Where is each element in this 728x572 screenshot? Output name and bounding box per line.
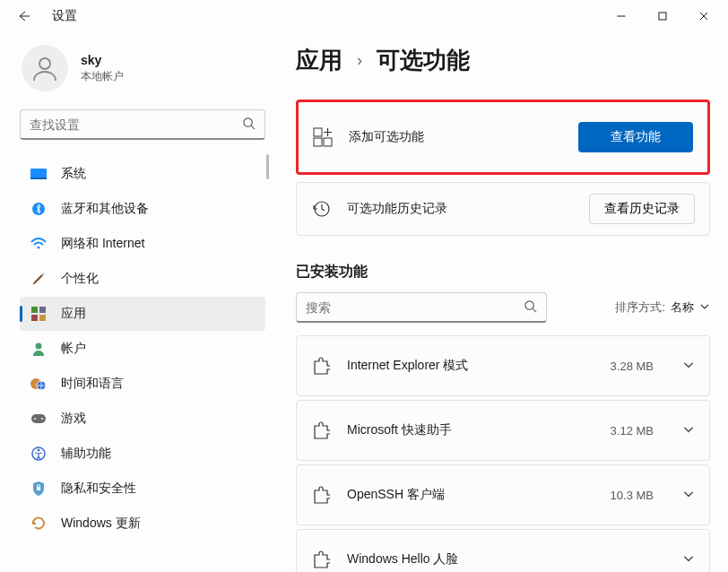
sort-value: 名称: [671, 299, 694, 316]
search-input[interactable]: [30, 117, 242, 132]
view-features-button[interactable]: 查看功能: [578, 122, 693, 152]
installed-section-title: 已安装功能: [296, 263, 710, 282]
back-button[interactable]: [11, 9, 36, 23]
svg-line-4: [251, 126, 255, 129]
card-label: 添加可选功能: [349, 129, 562, 145]
sidebar-item-gaming[interactable]: 游戏: [20, 402, 265, 436]
svg-rect-16: [31, 414, 46, 423]
nav-label: 游戏: [61, 411, 86, 427]
svg-point-3: [244, 117, 252, 126]
nav-label: 辅助功能: [61, 446, 111, 462]
nav-label: 系统: [61, 166, 86, 182]
svg-point-2: [39, 58, 50, 69]
minimize-button[interactable]: [601, 0, 642, 32]
chevron-down-icon: [682, 488, 695, 503]
main-content: 应用 › 可选功能 添加可选功能 查看功能 可选功能历史记录 查看历史记录 已安…: [278, 32, 728, 572]
feature-search[interactable]: [296, 292, 547, 323]
svg-point-18: [41, 418, 43, 420]
wifi-icon: [30, 236, 47, 252]
sidebar-item-time-language[interactable]: 时间和语言: [20, 367, 265, 401]
puzzle-icon: [311, 485, 331, 505]
sidebar-item-bluetooth[interactable]: 蓝牙和其他设备: [20, 192, 265, 226]
svg-rect-23: [314, 138, 322, 146]
svg-rect-1: [659, 13, 666, 20]
feature-item[interactable]: Microsoft 快速助手 3.12 MB: [296, 400, 710, 461]
puzzle-icon: [311, 550, 331, 569]
svg-rect-21: [37, 487, 40, 490]
window-title: 设置: [52, 8, 77, 24]
svg-rect-12: [39, 315, 46, 321]
sidebar-item-accessibility[interactable]: 辅助功能: [20, 437, 265, 471]
update-icon: [30, 516, 47, 532]
feature-item[interactable]: OpenSSH 客户端 10.3 MB: [296, 464, 710, 525]
svg-rect-10: [39, 307, 46, 313]
svg-rect-11: [31, 315, 38, 321]
chevron-down-icon: [682, 552, 695, 568]
sidebar-item-update[interactable]: Windows 更新: [20, 507, 265, 541]
user-subtitle: 本地帐户: [81, 69, 124, 84]
feature-size: 3.28 MB: [611, 360, 654, 373]
system-icon: [30, 166, 47, 182]
nav-label: 网络和 Internet: [61, 236, 144, 252]
sidebar-item-accounts[interactable]: 帐户: [20, 332, 265, 366]
chevron-down-icon: [699, 301, 710, 315]
search-icon: [524, 299, 537, 316]
feature-name: Internet Explorer 模式: [347, 358, 594, 374]
paintbrush-icon: [30, 271, 47, 287]
view-history-button[interactable]: 查看历史记录: [589, 194, 695, 224]
user-name: sky: [81, 53, 124, 67]
scrollbar[interactable]: [266, 154, 269, 179]
chevron-right-icon: ›: [357, 51, 362, 70]
card-label: 可选功能历史记录: [347, 201, 573, 217]
nav-label: 隐私和安全性: [61, 481, 136, 497]
svg-point-20: [38, 449, 40, 452]
feature-item[interactable]: Internet Explorer 模式 3.28 MB: [296, 335, 710, 396]
sidebar-item-system[interactable]: 系统: [20, 157, 265, 191]
svg-rect-6: [30, 178, 47, 179]
chevron-down-icon: [682, 423, 695, 438]
breadcrumb-parent[interactable]: 应用: [296, 45, 342, 76]
add-optional-feature-card: 添加可选功能 查看功能: [296, 100, 710, 175]
sidebar-item-privacy[interactable]: 隐私和安全性: [20, 472, 265, 506]
clock-globe-icon: [30, 376, 47, 392]
feature-name: OpenSSH 客户端: [347, 487, 594, 503]
sidebar-nav: 系统 蓝牙和其他设备 网络和 Internet 个性化: [18, 152, 271, 572]
search-icon: [242, 117, 256, 133]
svg-rect-24: [324, 138, 332, 146]
shield-icon: [30, 481, 47, 497]
chevron-down-icon: [682, 359, 695, 374]
sidebar-item-network[interactable]: 网络和 Internet: [20, 227, 265, 261]
nav-label: 个性化: [61, 271, 99, 287]
gamepad-icon: [30, 411, 47, 427]
bluetooth-icon: [30, 201, 47, 217]
puzzle-icon: [311, 356, 331, 376]
apps-icon: [30, 306, 47, 322]
window-titlebar: 设置: [0, 0, 728, 32]
close-button[interactable]: [683, 0, 724, 32]
feature-size: 10.3 MB: [611, 489, 654, 502]
installed-feature-list: Internet Explorer 模式 3.28 MB Microsoft 快…: [296, 335, 710, 572]
svg-point-26: [525, 300, 533, 308]
sidebar-item-apps[interactable]: 应用: [20, 297, 265, 331]
sidebar: sky 本地帐户 系统 蓝牙和其他设备: [0, 32, 278, 572]
feature-item[interactable]: Windows Hello 人脸: [296, 529, 710, 572]
puzzle-icon: [311, 420, 331, 440]
svg-line-27: [533, 308, 536, 312]
sidebar-item-personalization[interactable]: 个性化: [20, 262, 265, 296]
feature-name: Windows Hello 人脸: [347, 551, 637, 568]
svg-rect-22: [314, 128, 322, 136]
maximize-button[interactable]: [642, 0, 683, 32]
svg-point-8: [38, 247, 40, 249]
feature-search-input[interactable]: [306, 300, 524, 315]
sidebar-search[interactable]: [20, 109, 265, 140]
breadcrumb-current: 可选功能: [377, 45, 470, 76]
svg-point-13: [36, 343, 42, 350]
nav-label: Windows 更新: [61, 516, 141, 532]
nav-label: 蓝牙和其他设备: [61, 201, 149, 217]
sort-dropdown[interactable]: 排序方式: 名称: [615, 299, 710, 316]
user-profile[interactable]: sky 本地帐户: [18, 32, 271, 108]
nav-label: 应用: [61, 306, 86, 322]
history-icon: [311, 199, 331, 219]
feature-history-card: 可选功能历史记录 查看历史记录: [296, 182, 710, 236]
svg-rect-9: [31, 307, 38, 313]
